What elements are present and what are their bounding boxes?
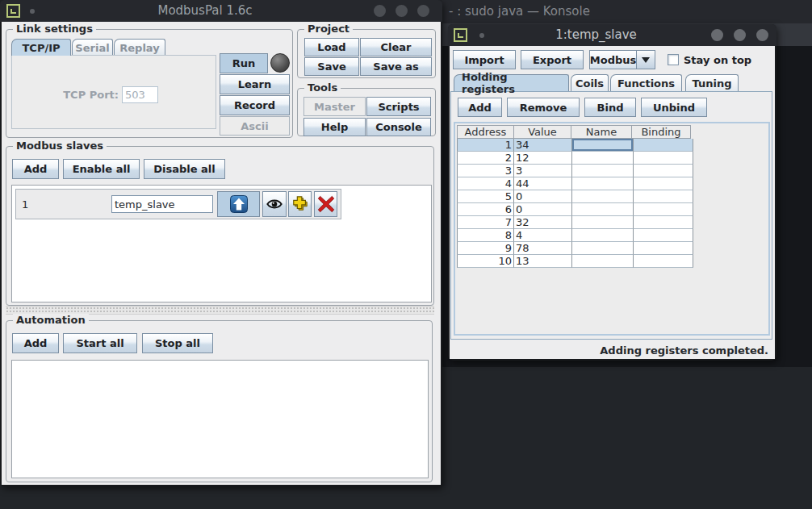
scripts-button[interactable]: Scripts (366, 97, 431, 116)
cell-name[interactable] (572, 139, 634, 152)
slave-enable-toggle[interactable] (217, 191, 260, 217)
cell-address[interactable]: 9 (457, 242, 514, 255)
clear-button[interactable]: Clear (360, 38, 432, 56)
column-header-binding[interactable]: Binding (631, 125, 691, 139)
cell-binding[interactable] (634, 139, 693, 152)
cell-value[interactable]: 13 (514, 255, 572, 268)
cell-name[interactable] (572, 165, 634, 177)
tab-holding-registers[interactable]: Holding registers (454, 74, 569, 91)
register-remove-button[interactable]: Remove (507, 98, 580, 117)
table-row[interactable]: 444 (457, 177, 693, 190)
cell-binding[interactable] (634, 242, 693, 255)
run-button[interactable]: Run (220, 53, 268, 73)
stop-all-button[interactable]: Stop all (142, 333, 213, 353)
export-button[interactable]: Export (521, 50, 584, 69)
start-all-button[interactable]: Start all (63, 333, 137, 353)
cell-binding[interactable] (634, 152, 693, 165)
maximize-button[interactable] (396, 5, 408, 17)
cell-value[interactable]: 0 (514, 203, 572, 216)
tcp-port-input[interactable]: 503 (122, 86, 158, 103)
disable-all-button[interactable]: Disable all (144, 159, 225, 179)
register-unbind-button[interactable]: Unbind (641, 98, 707, 117)
column-header-value[interactable]: Value (513, 125, 571, 139)
window-menu-icon[interactable] (6, 4, 20, 18)
cell-address[interactable]: 5 (457, 190, 514, 203)
cell-binding[interactable] (634, 203, 693, 216)
table-row[interactable]: 50 (457, 190, 693, 203)
record-button[interactable]: Record (220, 95, 290, 115)
minimize-button[interactable] (374, 5, 386, 17)
table-row[interactable]: 1013 (457, 255, 693, 268)
cell-name[interactable] (572, 216, 634, 229)
enable-all-button[interactable]: Enable all (63, 159, 140, 179)
tab-serial[interactable]: Serial (72, 39, 113, 56)
cell-binding[interactable] (634, 177, 693, 190)
cell-value[interactable]: 0 (514, 190, 572, 203)
cell-value[interactable]: 12 (514, 152, 572, 165)
table-row[interactable]: 732 (457, 216, 693, 229)
import-button[interactable]: Import (453, 50, 516, 69)
slave-name-input[interactable]: temp_slave (111, 195, 213, 213)
cell-value[interactable]: 78 (514, 242, 572, 255)
cell-name[interactable] (572, 255, 634, 268)
learn-button[interactable]: Learn (220, 74, 290, 94)
stay-on-top-checkbox[interactable] (668, 54, 679, 65)
cell-binding[interactable] (634, 216, 693, 229)
window-menu-icon[interactable] (454, 28, 467, 42)
cell-address[interactable]: 1 (457, 139, 514, 152)
load-button[interactable]: Load (304, 38, 359, 56)
console-button[interactable]: Console (366, 118, 431, 136)
tab-tuning[interactable]: Tuning (685, 74, 739, 91)
table-row[interactable]: 33 (457, 165, 693, 177)
help-button[interactable]: Help (303, 118, 366, 136)
cell-address[interactable]: 8 (457, 229, 514, 242)
cell-name[interactable] (572, 152, 634, 165)
table-row[interactable]: 60 (457, 203, 693, 216)
cell-address[interactable]: 7 (457, 216, 514, 229)
cell-name[interactable] (572, 203, 634, 216)
column-header-name[interactable]: Name (571, 125, 632, 139)
tab-replay[interactable]: Replay (114, 39, 165, 56)
tab-coils[interactable]: Coils (571, 74, 609, 91)
register-add-button[interactable]: Add (458, 98, 502, 117)
protocol-select[interactable]: Modbus (589, 50, 655, 69)
tab-functions[interactable]: Functions (610, 74, 682, 91)
slave-delete-button[interactable] (314, 191, 337, 217)
table-row[interactable]: 212 (457, 152, 693, 165)
cell-address[interactable]: 3 (457, 165, 514, 177)
cell-name[interactable] (572, 190, 634, 203)
slave-view-button[interactable] (262, 191, 287, 217)
register-bind-button[interactable]: Bind (584, 98, 636, 117)
cell-binding[interactable] (634, 255, 693, 268)
cell-address[interactable]: 10 (457, 255, 514, 268)
save-button[interactable]: Save (304, 57, 359, 76)
slaves-add-button[interactable]: Add (12, 159, 59, 179)
cell-name[interactable] (572, 229, 634, 242)
cell-binding[interactable] (634, 190, 693, 203)
cell-address[interactable]: 6 (457, 203, 514, 216)
cell-binding[interactable] (634, 229, 693, 242)
slave-duplicate-button[interactable] (288, 191, 312, 217)
cell-name[interactable] (572, 242, 634, 255)
table-row[interactable]: 84 (457, 229, 693, 242)
cell-binding[interactable] (634, 165, 693, 177)
cell-value[interactable]: 34 (514, 139, 572, 152)
master-button[interactable]: Master (303, 97, 366, 116)
slave-row[interactable]: 1 temp_slave (15, 189, 341, 219)
cell-value[interactable]: 4 (514, 229, 572, 242)
cell-value[interactable]: 3 (514, 165, 572, 177)
ascii-button[interactable]: Ascii (220, 116, 290, 136)
tab-tcpip[interactable]: TCP/IP (11, 39, 71, 56)
maximize-button[interactable] (734, 29, 746, 41)
chevron-down-icon[interactable] (636, 50, 655, 69)
minimize-button[interactable] (711, 29, 723, 41)
save-as-button[interactable]: Save as (360, 57, 432, 76)
table-row[interactable]: 134 (457, 139, 693, 152)
column-header-address[interactable]: Address (457, 125, 514, 139)
registers-scrollpane[interactable]: Address Value Name Binding 1342123344450… (454, 122, 770, 336)
close-button[interactable] (417, 5, 429, 17)
cell-value[interactable]: 32 (514, 216, 572, 229)
cell-address[interactable]: 2 (457, 152, 514, 165)
close-button[interactable] (756, 29, 768, 41)
table-row[interactable]: 978 (457, 242, 693, 255)
